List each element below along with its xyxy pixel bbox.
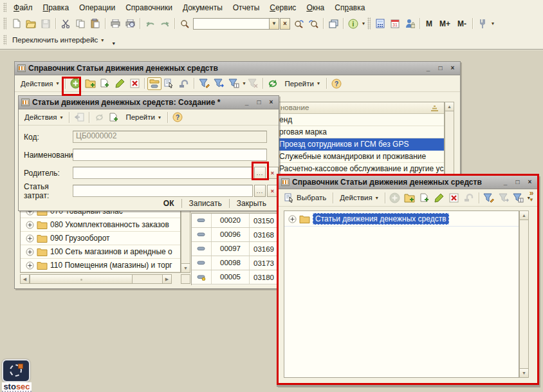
copy-window-icon[interactable] xyxy=(326,17,340,30)
print-icon[interactable] xyxy=(108,17,122,30)
copy-icon[interactable] xyxy=(73,17,87,30)
filter-history-icon[interactable] xyxy=(226,77,241,90)
toolbar-grip[interactable] xyxy=(367,17,371,30)
toolbar-grip[interactable] xyxy=(3,17,6,30)
tree-horizontal-scrollbar[interactable]: ◀ ▶ xyxy=(20,274,172,284)
expand-icon[interactable] xyxy=(26,221,34,229)
print-preview-icon[interactable] xyxy=(123,17,137,30)
paste-icon[interactable] xyxy=(88,17,102,30)
info-icon[interactable]: i xyxy=(346,17,360,30)
filter-history-dropdown[interactable]: ▾ xyxy=(243,80,245,86)
open-icon[interactable] xyxy=(24,17,38,30)
menu-item[interactable]: Сервис xyxy=(264,1,301,14)
code2-cell[interactable]: 03169 xyxy=(250,245,274,253)
restore-value-button[interactable] xyxy=(462,191,476,204)
table-row[interactable]: 0000503180 xyxy=(192,270,279,285)
delete-item-button[interactable] xyxy=(447,191,461,204)
find-next-icon[interactable] xyxy=(291,17,306,30)
stosec-logo[interactable]: stosec xyxy=(2,359,32,392)
actions-button[interactable]: Действия▾ xyxy=(336,192,382,203)
scroll-down-icon[interactable]: ▼ xyxy=(181,263,190,273)
menu-item[interactable]: Документы xyxy=(178,1,228,14)
window-titlebar[interactable]: Статьи движения денежных средств: Создан… xyxy=(19,96,279,109)
go-to-button[interactable]: Перейти▾ xyxy=(281,79,324,89)
table-row[interactable]: 0009603168 xyxy=(192,228,279,242)
code2-cell[interactable]: 03173 xyxy=(250,259,274,267)
minimize-button[interactable]: _ xyxy=(501,178,510,187)
save-icon[interactable] xyxy=(39,17,53,30)
name-field[interactable] xyxy=(73,149,267,161)
close-button[interactable]: × xyxy=(448,64,457,73)
restore-value-button[interactable] xyxy=(177,77,191,90)
table-row[interactable]: 0002003150 xyxy=(192,214,279,228)
copy-item-button[interactable] xyxy=(98,77,112,90)
code2-cell[interactable]: 03180 xyxy=(250,274,274,281)
save-and-close-icon[interactable] xyxy=(72,111,86,124)
table-row[interactable]: рговая марка xyxy=(265,126,444,138)
minimize-button[interactable]: _ xyxy=(242,98,252,107)
scrollbar-thumb[interactable] xyxy=(30,274,133,284)
add-item-button[interactable] xyxy=(388,191,402,204)
clear-filter-icon[interactable] xyxy=(246,77,260,90)
reread-icon[interactable] xyxy=(92,111,106,124)
toolbar-overflow-button[interactable]: »▼ xyxy=(529,191,534,203)
actions-button[interactable]: Действия▾ xyxy=(17,79,62,89)
name-column-header[interactable]: нование xyxy=(265,102,444,114)
cost-item-field[interactable] xyxy=(73,185,253,197)
settings-wrench-icon[interactable] xyxy=(475,17,490,30)
table-vertical-scrollbar[interactable]: ▲ xyxy=(445,102,454,174)
delete-item-button[interactable] xyxy=(127,77,142,90)
settings-dropdown-arrow[interactable]: ▾ xyxy=(492,21,494,26)
maximize-button[interactable]: □ xyxy=(513,178,522,187)
copy-item-button[interactable] xyxy=(418,191,432,204)
scroll-up-icon[interactable]: ▲ xyxy=(519,210,529,220)
menu-item[interactable]: Операции xyxy=(74,1,120,14)
list-select-button[interactable] xyxy=(162,77,176,90)
select-button[interactable]: Выбрать xyxy=(281,192,330,204)
menu-item[interactable]: Файл xyxy=(8,1,38,14)
close-form-button[interactable]: Закрыть xyxy=(229,199,273,208)
tree-root-item[interactable]: Статьи движения денежных средств xyxy=(313,213,449,225)
parent-field[interactable] xyxy=(73,167,253,179)
refresh-icon[interactable] xyxy=(266,77,280,90)
expand-icon[interactable] xyxy=(26,261,34,270)
user-lock-icon[interactable] xyxy=(403,17,417,30)
menu-item[interactable]: Окна xyxy=(301,1,329,14)
code-cell[interactable]: 00020 xyxy=(211,214,250,227)
add-group-button[interactable] xyxy=(83,77,97,90)
code2-cell[interactable]: 03168 xyxy=(250,231,274,239)
maximize-button[interactable]: □ xyxy=(436,64,445,73)
edit-item-button[interactable] xyxy=(432,191,446,204)
calendar-icon[interactable]: 31 xyxy=(388,17,402,30)
menu-item[interactable]: Справочники xyxy=(120,1,178,14)
tree-group-item[interactable]: 080 Укомплектованность заказов xyxy=(21,218,181,232)
toolbar-grip[interactable] xyxy=(3,3,6,12)
expand-icon[interactable] xyxy=(288,215,297,223)
redo-icon[interactable] xyxy=(158,17,172,30)
switch-interface-button[interactable]: Переключить интерфейс▾ xyxy=(8,35,107,45)
table-row[interactable]: Служебные командировки и проживание xyxy=(265,151,444,163)
filter-by-value-icon[interactable] xyxy=(212,77,226,90)
filter-by-value-icon[interactable] xyxy=(497,191,511,204)
filter-settings-icon[interactable] xyxy=(197,77,211,90)
go-to-button[interactable]: Перейти▾ xyxy=(122,112,165,122)
hierarchy-view-button[interactable] xyxy=(147,77,161,90)
code-cell[interactable]: 00098 xyxy=(211,256,250,270)
scroll-up-icon[interactable]: ▲ xyxy=(445,102,454,111)
tree-group-item[interactable]: 090 Грузооборот xyxy=(21,232,181,245)
filter-settings-icon[interactable] xyxy=(482,191,496,204)
search-input[interactable] xyxy=(193,18,269,30)
memory-subtract-button[interactable]: M- xyxy=(454,19,470,28)
expand-icon[interactable] xyxy=(26,248,34,256)
tree-group-item[interactable]: 100 Сеть магазинов и арендные о xyxy=(21,245,181,259)
scroll-right-icon[interactable]: ▶ xyxy=(162,274,172,284)
toolbar-grip[interactable] xyxy=(3,35,6,45)
scroll-left-icon[interactable]: ◀ xyxy=(20,274,30,284)
new-document-icon[interactable] xyxy=(9,17,23,30)
search-dropdown-button[interactable]: ▼ xyxy=(269,18,279,30)
toolbar-overflow-icon[interactable]: ▼ xyxy=(111,41,116,46)
code-field[interactable]: ЦБ0000002 xyxy=(73,131,267,143)
tree-root-row[interactable]: Статьи движения денежных средств xyxy=(284,211,519,227)
copy-item-button[interactable] xyxy=(107,111,121,124)
filter-history-icon[interactable] xyxy=(511,191,526,204)
